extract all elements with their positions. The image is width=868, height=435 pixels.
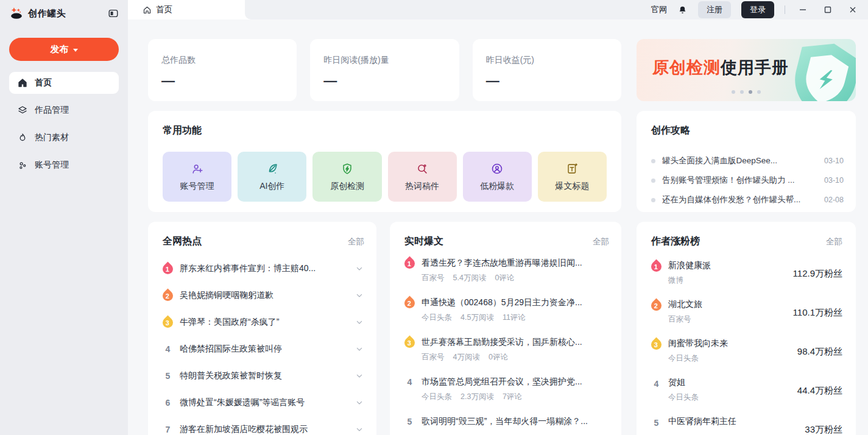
hot-topics-card: 全网热点 全部 1 胖东来红内裤事件宣判：博主赔40... bbox=[148, 222, 376, 435]
hot-topic-row[interactable]: 2 吴艳妮摘铜哽咽鞠躬道歉 bbox=[163, 282, 364, 309]
hot-article-title: 申通快递（002468）5月29日主力资金净... bbox=[422, 297, 609, 308]
article-reads: 4.5万阅读 bbox=[460, 313, 494, 323]
website-link[interactable]: 官网 bbox=[651, 4, 667, 15]
hot-articles-more-link[interactable]: 全部 bbox=[593, 236, 609, 247]
hot-topic-row[interactable]: 4 哈佛禁招国际生政策被叫停 bbox=[163, 336, 364, 362]
author-row[interactable]: 1 新浪健康派 微博 112.9万粉丝 bbox=[651, 253, 842, 292]
feature-button[interactable]: 低粉爆款 bbox=[463, 152, 532, 202]
carousel-dot[interactable] bbox=[732, 90, 735, 94]
article-source: 今日头条 bbox=[422, 313, 452, 323]
author-rank-more-link[interactable]: 全部 bbox=[826, 236, 842, 247]
stat-value: — bbox=[323, 73, 445, 89]
brand-name: 创作罐头 bbox=[28, 8, 104, 19]
stat-card: 昨日阅读(播放)量 — bbox=[310, 39, 459, 101]
strategy-item-date: 03-10 bbox=[824, 176, 844, 185]
hot-articles-card: 实时爆文 全部 1 看透生死？李连杰故地重游再曝港娱旧闻... bbox=[390, 222, 621, 435]
sidebar-item[interactable]: 首页 bbox=[9, 72, 119, 94]
author-row[interactable]: 5 中医肾病年莉主任 33万粉丝 bbox=[651, 409, 842, 435]
hot-topic-row[interactable]: 5 特朗普关税政策被暂时恢复 bbox=[163, 362, 364, 389]
hot-topic-row[interactable]: 3 牛弹琴：美国政府“杀疯了” bbox=[163, 309, 364, 336]
chevron-down-icon[interactable] bbox=[355, 264, 364, 274]
hot-article-row[interactable]: 1 看透生死？李连杰故地重游再曝港娱旧闻... 百家号 5.4万阅读 0评论 bbox=[404, 256, 609, 296]
author-platform: 今日头条 bbox=[668, 392, 791, 403]
author-rank-list: 1 新浪健康派 微博 112.9万粉丝 2 湖北文旅 bbox=[651, 253, 842, 435]
carousel-dot[interactable] bbox=[740, 90, 744, 94]
hot-topic-row[interactable]: 6 微博处置“朱媛媛遗嘱”等谣言账号 bbox=[163, 389, 364, 416]
author-name: 中医肾病年莉主任 bbox=[668, 416, 798, 427]
author-name: 湖北文旅 bbox=[668, 299, 786, 310]
feature-button[interactable]: 爆文标题 bbox=[538, 152, 607, 202]
author-fans-count: 33万粉丝 bbox=[805, 424, 842, 435]
hot-topic-row[interactable]: 1 胖东来红内裤事件宣判：博主赔40... bbox=[163, 255, 364, 282]
article-source: 百家号 bbox=[422, 352, 445, 362]
window-close-button[interactable] bbox=[845, 2, 860, 17]
tab-home[interactable]: 首页 bbox=[128, 0, 245, 19]
banner-title-rest: 使用手册 bbox=[721, 58, 789, 77]
rank-badge: 4 bbox=[404, 377, 415, 387]
feature-label: 热词稿件 bbox=[405, 181, 439, 192]
strategy-item[interactable]: 告别账号管理烦恼！创作罐头助力 ... 03-10 bbox=[651, 171, 844, 190]
sidebar-item[interactable]: 账号管理 bbox=[9, 154, 119, 176]
rank-badge: 5 bbox=[404, 417, 415, 427]
author-row[interactable]: 4 贺姐 今日头条 44.4万粉丝 bbox=[651, 370, 842, 409]
stat-value: — bbox=[486, 73, 608, 89]
window-minimize-button[interactable] bbox=[796, 2, 810, 17]
publish-button[interactable]: 发布 bbox=[9, 38, 119, 61]
rank-badge: 2 bbox=[402, 295, 417, 310]
strategy-item[interactable]: 还在为自媒体创作发愁？创作罐头帮... 02-08 bbox=[651, 190, 844, 210]
feature-icon bbox=[565, 162, 579, 175]
feature-button[interactable]: 热词稿件 bbox=[388, 152, 457, 202]
chevron-down-icon[interactable] bbox=[355, 371, 364, 381]
strategy-list: 罐头全面接入满血版DeepSee... 03-10 告别账号管理烦恼！创作罐头助… bbox=[651, 151, 844, 210]
window-maximize-button[interactable] bbox=[820, 2, 835, 17]
author-row[interactable]: 2 湖北文旅 百家号 110.1万粉丝 bbox=[651, 292, 842, 331]
article-source: 今日头条 bbox=[422, 392, 452, 402]
chevron-down-icon[interactable] bbox=[355, 317, 364, 327]
feature-button[interactable]: 原创检测 bbox=[312, 152, 381, 202]
author-platform: 今日头条 bbox=[668, 353, 791, 364]
login-button[interactable]: 登录 bbox=[741, 1, 774, 18]
hot-article-row[interactable]: 5 歌词明明“毁三观”，当年却火得一塌糊涂？... bbox=[404, 415, 609, 435]
sidebar-item-icon bbox=[17, 105, 28, 116]
hot-topic-title: 牛弹琴：美国政府“杀疯了” bbox=[180, 317, 348, 328]
sidebar-collapse-icon[interactable] bbox=[108, 8, 119, 19]
hot-article-row[interactable]: 2 申通快递（002468）5月29日主力资金净... 今日头条 4.5万阅读 … bbox=[404, 296, 609, 336]
strategy-item-text: 告别账号管理烦恼！创作罐头助力 ... bbox=[662, 175, 817, 186]
author-platform: 微博 bbox=[668, 275, 786, 286]
hot-article-title: 看透生死？李连杰故地重游再曝港娱旧闻... bbox=[422, 258, 609, 269]
author-row[interactable]: 3 闺蜜带我向未来 今日头条 98.4万粉丝 bbox=[651, 331, 842, 370]
promo-banner[interactable]: 原创检测使用手册 bbox=[637, 39, 856, 101]
sidebar-item-icon bbox=[17, 132, 28, 143]
author-rank-card: 作者涨粉榜 全部 1 新浪健康派 微博 112.9万粉丝 bbox=[637, 222, 856, 435]
chevron-down-icon[interactable] bbox=[355, 425, 364, 434]
carousel-dot[interactable] bbox=[757, 90, 761, 94]
author-fans-count: 44.4万粉丝 bbox=[797, 385, 842, 397]
stat-label: 总作品数 bbox=[161, 55, 283, 66]
carousel-dots bbox=[732, 90, 761, 94]
hot-article-row[interactable]: 4 市场监管总局党组召开会议，坚决拥护党... 今日头条 2.3万阅读 7评论 bbox=[404, 375, 609, 415]
strategy-item-text: 罐头全面接入满血版DeepSee... bbox=[662, 155, 817, 166]
hot-article-meta: 百家号 4万阅读 0评论 bbox=[422, 352, 609, 362]
bullet-icon bbox=[651, 159, 655, 163]
feature-button[interactable]: AI创作 bbox=[238, 152, 306, 202]
hot-article-meta: 今日头条 2.3万阅读 7评论 bbox=[422, 392, 609, 402]
author-fans-count: 112.9万粉丝 bbox=[793, 268, 842, 280]
hot-topic-row[interactable]: 7 游客在新加坡酒店吃樱花被围观示 bbox=[163, 416, 364, 435]
chevron-down-icon[interactable] bbox=[355, 291, 364, 300]
rank-badge: 2 bbox=[160, 288, 175, 303]
chevron-down-icon[interactable] bbox=[355, 398, 364, 408]
hot-article-row[interactable]: 3 世乒赛落幕王励勤接受采访，国乒新核心... 百家号 4万阅读 0评论 bbox=[404, 336, 609, 375]
hot-topic-title: 微博处置“朱媛媛遗嘱”等谣言账号 bbox=[180, 397, 348, 408]
register-button[interactable]: 注册 bbox=[698, 1, 731, 18]
chevron-down-icon[interactable] bbox=[355, 344, 364, 354]
feature-button[interactable]: 账号管理 bbox=[163, 152, 231, 202]
sidebar-item[interactable]: 作品管理 bbox=[9, 99, 119, 121]
feature-label: 账号管理 bbox=[180, 181, 214, 192]
notification-bell-icon[interactable] bbox=[677, 5, 688, 15]
strategy-item[interactable]: 罐头全面接入满血版DeepSee... 03-10 bbox=[651, 151, 844, 171]
banner-title-highlight: 原创检测 bbox=[652, 58, 721, 77]
hot-topics-title: 全网热点 bbox=[163, 235, 202, 248]
hot-topics-more-link[interactable]: 全部 bbox=[348, 236, 364, 247]
sidebar-item[interactable]: 热门素材 bbox=[9, 127, 119, 149]
carousel-dot[interactable] bbox=[749, 90, 752, 94]
